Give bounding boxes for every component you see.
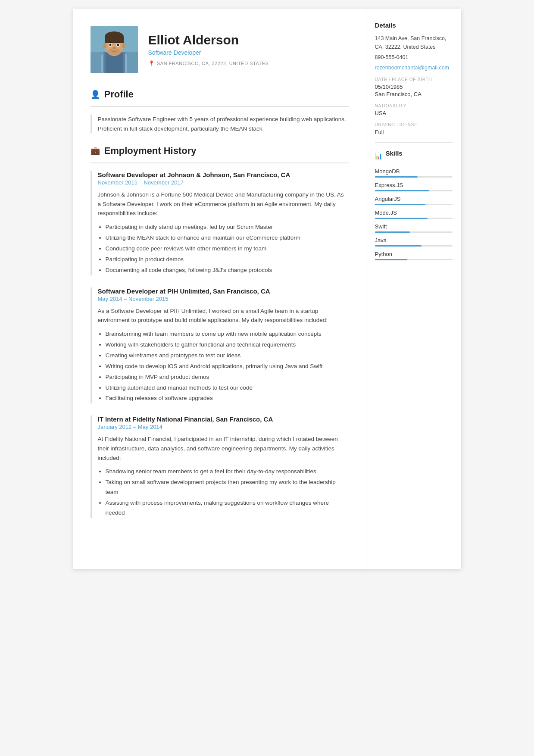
job-desc-2: As a Software Developer at PIH Unlimited… (98, 306, 349, 325)
job-entry-2: Software Developer at PIH Unlimited, San… (91, 287, 349, 404)
list-item: Utilizing the MEAN stack to enhance and … (106, 233, 349, 243)
svg-point-17 (107, 48, 121, 55)
list-item: Utilizing automated and manual methods t… (106, 383, 349, 393)
job-dates-3: January 2012 – May 2014 (98, 424, 349, 430)
list-item: Brainstorming with team members to come … (106, 329, 349, 339)
list-item: Conducting code peer reviews with other … (106, 244, 349, 254)
candidate-title: Software Developer (148, 49, 269, 56)
skill-python: Python (375, 251, 453, 260)
candidate-name: Elliot Alderson (148, 33, 269, 47)
driving-label: DRIVING LICENSE (375, 122, 453, 127)
svg-point-12 (109, 44, 111, 46)
skill-bar-bg (375, 204, 453, 205)
profile-icon: 👤 (91, 90, 100, 99)
skill-name: MongoDB (375, 168, 453, 175)
phone: 890-555-0401 (375, 53, 453, 62)
skill-bar-fill (375, 218, 428, 219)
svg-rect-7 (105, 37, 124, 43)
address: 143 Main Ave, San Francisco, CA, 32222, … (375, 34, 453, 51)
resume-header: Elliot Alderson Software Developer 📍 SAN… (91, 26, 349, 73)
job-dates-1: November 2015 – November 2017 (98, 179, 349, 186)
job-title-2: Software Developer at PIH Unlimited, San… (98, 287, 349, 295)
dob-label: DATE / PLACE OF BIRTH (375, 77, 453, 82)
job-title-1: Software Developer at Johnson & Johnson,… (98, 171, 349, 178)
list-item: Participating in daily stand up meetings… (106, 222, 349, 232)
job-title-3: IT Intern at Fidelity National Financial… (98, 415, 349, 423)
skill-mongodb: MongoDB (375, 168, 453, 178)
profile-title: Profile (104, 89, 134, 100)
resume-page: Elliot Alderson Software Developer 📍 SAN… (73, 9, 461, 569)
skill-bar-bg (375, 245, 453, 247)
skill-bar-fill (375, 190, 429, 191)
skills-icon: 📊 (375, 153, 382, 159)
skill-bar-fill (375, 231, 410, 233)
employment-title: Employment History (104, 145, 197, 156)
skill-bar-fill (375, 204, 425, 205)
profile-text: Passionate Software Engineer with 5 year… (91, 115, 349, 133)
skill-modejs: Mode.JS (375, 209, 453, 219)
employment-section-header: 💼 Employment History (91, 145, 349, 156)
skills-title: Skills (386, 150, 403, 157)
location-icon: 📍 (148, 60, 155, 66)
svg-rect-15 (116, 42, 120, 43)
skill-bar-fill (375, 176, 418, 178)
details-title: Details (375, 22, 453, 29)
list-item: Creating wireframes and prototypes to te… (106, 351, 349, 361)
skill-bar-bg (375, 231, 453, 233)
list-item: Documenting all code changes, following … (106, 266, 349, 275)
job-dates-2: May 2014 – November 2015 (98, 296, 349, 302)
dob-place: San Francisco, CA (375, 91, 453, 97)
employment-icon: 💼 (91, 146, 100, 156)
employment-section: 💼 Employment History Software Developer … (91, 145, 349, 518)
skill-name: Mode.JS (375, 209, 453, 216)
skill-bar-bg (375, 259, 453, 260)
email-link[interactable]: rozenboomchantal@gmail.com (375, 65, 450, 71)
list-item: Assisting with process improvements, mak… (106, 498, 349, 518)
employment-divider (91, 162, 349, 163)
list-item: Facilitating releases of software upgrad… (106, 394, 349, 403)
sidebar-divider (375, 142, 453, 143)
skill-bar-fill (375, 259, 408, 260)
nationality-value: USA (375, 110, 453, 116)
job-desc-1: Johnson & Johnson is a Fortune 500 Medic… (98, 190, 349, 218)
skills-section: 📊 Skills MongoDB Express.JS AngularJS (375, 150, 453, 260)
skills-header: 📊 Skills (375, 150, 453, 162)
job-entry-1: Software Developer at Johnson & Johnson,… (91, 171, 349, 275)
list-item: Working with stakeholders to gather func… (106, 340, 349, 350)
main-content: Elliot Alderson Software Developer 📍 SAN… (73, 9, 366, 569)
list-item: Taking on small software development pro… (106, 478, 349, 497)
candidate-location: 📍 SAN FRANCISCO, CA, 32222, UNITED STATE… (148, 60, 269, 66)
job-desc-3: At Fidelity National Financial, I partic… (98, 434, 349, 462)
avatar (91, 26, 138, 73)
svg-rect-4 (106, 53, 123, 73)
skill-angularjs: AngularJS (375, 196, 453, 205)
skill-name: Python (375, 251, 453, 257)
details-section: Details 143 Main Ave, San Francisco, CA,… (375, 22, 453, 71)
skill-name: Java (375, 237, 453, 244)
profile-section-header: 👤 Profile (91, 89, 349, 100)
job-entry-3: IT Intern at Fidelity National Financial… (91, 415, 349, 518)
skill-name: Express.JS (375, 182, 453, 188)
svg-point-13 (117, 44, 119, 46)
skill-swift: Swift (375, 223, 453, 233)
header-info: Elliot Alderson Software Developer 📍 SAN… (148, 33, 269, 66)
skill-name: AngularJS (375, 196, 453, 202)
skill-bar-bg (375, 176, 453, 178)
sidebar: Details 143 Main Ave, San Francisco, CA,… (366, 9, 461, 569)
job-bullets-1: Participating in daily stand up meetings… (98, 222, 349, 275)
skill-name: Swift (375, 223, 453, 230)
list-item: Participating in product demos (106, 255, 349, 265)
nationality-label: NATIONALITY (375, 103, 453, 108)
skill-bar-bg (375, 190, 453, 191)
profile-section: 👤 Profile Passionate Software Engineer w… (91, 89, 349, 133)
skill-bar-bg (375, 218, 453, 219)
driving-value: Full (375, 129, 453, 135)
job-bullets-3: Shadowing senior team members to get a f… (98, 467, 349, 518)
list-item: Shadowing senior team members to get a f… (106, 467, 349, 477)
svg-rect-14 (109, 42, 112, 43)
svg-point-8 (103, 43, 106, 48)
skill-java: Java (375, 237, 453, 247)
skill-expressjs: Express.JS (375, 182, 453, 191)
list-item: Writing code to develop iOS and Android … (106, 362, 349, 372)
svg-point-9 (122, 43, 125, 48)
